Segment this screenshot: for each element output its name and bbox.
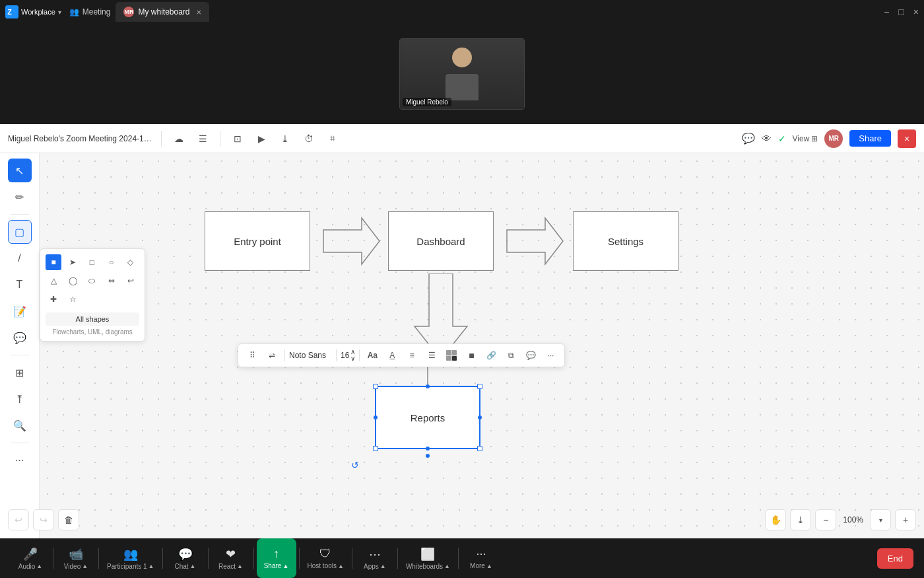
shape-circle[interactable]: ○ [104, 254, 119, 270]
fmt-more-icon[interactable]: ··· [542, 347, 559, 364]
font-size-arrows[interactable]: ∧∨ [350, 349, 355, 362]
comment-tool[interactable]: 💬 [8, 326, 32, 349]
maximize-icon[interactable]: □ [898, 7, 904, 17]
cloud-icon[interactable]: ☁ [170, 129, 188, 148]
rotate-handle[interactable]: ↺ [348, 458, 362, 472]
reports-shape[interactable]: Reports [375, 386, 480, 449]
meeting-tab[interactable]: 👥 Meeting [69, 7, 111, 17]
more-item[interactable]: ··· More ▲ [461, 538, 501, 578]
select-tool[interactable]: ↖ [8, 159, 32, 182]
shape-star[interactable]: ☆ [65, 291, 81, 307]
person-body [442, 48, 482, 100]
shape-rect-filled[interactable]: ■ [46, 254, 61, 270]
fmt-fill-icon[interactable] [443, 347, 460, 364]
handle-br[interactable] [477, 446, 482, 451]
close-icon[interactable]: × [913, 7, 919, 17]
close-button[interactable]: × [898, 129, 916, 148]
zoom-logo: Z Workplace ▾ [5, 5, 61, 18]
whiteboards-item[interactable]: ⬜ Whiteboards ▲ [401, 538, 455, 578]
handle-ml[interactable] [374, 415, 378, 419]
shape-diamond[interactable]: ◇ [123, 254, 139, 270]
participants-item[interactable]: 👥 Participants 1 ▲ [102, 538, 160, 578]
shape-ellipse[interactable]: ⬭ [84, 273, 100, 289]
upload-tool[interactable]: ⤒ [8, 387, 32, 411]
redo-button[interactable]: ↪ [33, 509, 54, 530]
search-tool[interactable]: 🔍 [8, 414, 32, 437]
shapes-tool[interactable]: ▢ [8, 220, 32, 244]
shape-double-arrow[interactable]: ⇔ [104, 273, 119, 289]
list-icon[interactable]: ☰ [193, 129, 212, 148]
audio-item[interactable]: 🎤 Audio ▲ [11, 538, 50, 578]
present-icon[interactable]: ▶ [252, 129, 271, 148]
fmt-grid-icon[interactable]: ⠿ [244, 347, 261, 364]
fmt-duplicate-icon[interactable]: ⧉ [502, 347, 519, 364]
table-tool[interactable]: ⊞ [8, 361, 32, 384]
fmt-align-left-icon[interactable]: ≡ [403, 347, 420, 364]
timer-icon[interactable]: ⏱ [300, 129, 318, 148]
shape-rect-outline[interactable]: □ [84, 254, 100, 270]
apps-label: Apps [364, 563, 379, 570]
handle-tl[interactable] [373, 384, 378, 389]
fmt-list-icon[interactable]: ☰ [423, 347, 440, 364]
export-icon[interactable]: ⤓ [276, 129, 294, 148]
draw-tool[interactable]: ✏ [8, 185, 32, 209]
fmt-link-shapes-icon[interactable]: ⇌ [263, 347, 280, 364]
download-button[interactable]: ⤓ [790, 509, 811, 530]
more-tools[interactable]: ··· [8, 449, 32, 472]
all-shapes-button[interactable]: All shapes [46, 312, 139, 326]
zoom-in-button[interactable]: + [895, 509, 916, 530]
view-button[interactable]: View ⊞ [793, 134, 818, 143]
line-tool[interactable]: / [8, 246, 32, 270]
handle-mr[interactable] [478, 415, 482, 419]
shape-circle2[interactable]: ◯ [65, 273, 81, 289]
fmt-border-icon[interactable]: ■ [463, 347, 480, 364]
zoom-dropdown[interactable]: ▾ [870, 509, 891, 530]
tab-close-icon[interactable]: × [197, 7, 202, 17]
shape-triangle[interactable]: △ [46, 273, 61, 289]
handle-tr[interactable] [477, 384, 482, 389]
connector-below [401, 449, 454, 469]
settings-shape[interactable]: Settings [573, 211, 678, 271]
whiteboard-tab[interactable]: MR My whiteboard × [116, 2, 209, 22]
react-item[interactable]: ❤ React ▲ [211, 538, 251, 578]
fmt-underline-icon[interactable]: A [383, 347, 401, 364]
chat-icon-btn[interactable]: 💬 [742, 132, 755, 145]
apps-item[interactable]: ⋯ Apps ▲ [355, 538, 395, 578]
arrow1-shape[interactable] [317, 211, 383, 271]
fmt-aa-icon[interactable]: Aa [364, 347, 381, 364]
fmt-comment-icon[interactable]: 💬 [522, 347, 539, 364]
canvas[interactable]: Entry point Dashboard Settings [40, 153, 924, 538]
frame-icon[interactable]: ⊡ [228, 129, 247, 148]
undo-button[interactable]: ↩ [8, 509, 29, 530]
share-item[interactable]: ↑ Share ▲ [257, 538, 296, 578]
delete-button[interactable]: 🗑 [58, 509, 79, 530]
fmt-sep-3 [359, 349, 360, 361]
dashboard-shape[interactable]: Dashboard [388, 211, 494, 271]
hand-tool-button[interactable]: ✋ [765, 509, 786, 530]
sticky-tool[interactable]: 📝 [8, 299, 32, 323]
share-button[interactable]: Share [849, 130, 891, 147]
arrow2-shape[interactable] [500, 211, 566, 271]
video-arrow: ▲ [82, 563, 88, 569]
end-button[interactable]: End [877, 548, 913, 569]
shape-arrow[interactable]: ➤ [65, 254, 81, 270]
handle-bl[interactable] [373, 446, 378, 451]
video-item[interactable]: 📹 Video ▲ [56, 538, 96, 578]
handle-tm[interactable] [426, 384, 430, 388]
text-tool[interactable]: T [8, 273, 32, 297]
scan-icon[interactable]: ⌗ [323, 129, 342, 148]
video-name-label: Miguel Rebelo [403, 98, 451, 106]
workplace-dropdown[interactable]: ▾ [58, 9, 61, 16]
host-tools-item[interactable]: 🛡 Host tools ▲ [302, 538, 349, 578]
shape-back-arrow[interactable]: ↩ [123, 273, 139, 289]
zoom-out-button[interactable]: − [815, 509, 836, 530]
minimize-icon[interactable]: − [884, 7, 889, 17]
share-label: Share [264, 562, 282, 569]
shape-cross[interactable]: ✚ [46, 291, 61, 307]
eye-icon-btn[interactable]: 👁 [762, 133, 772, 144]
entry-point-shape[interactable]: Entry point [205, 211, 310, 271]
toolbar-separator-2 [220, 131, 220, 147]
handle-bm[interactable] [426, 447, 430, 451]
chat-item[interactable]: 💬 Chat ▲ [166, 538, 205, 578]
fmt-link-icon[interactable]: 🔗 [482, 347, 500, 364]
